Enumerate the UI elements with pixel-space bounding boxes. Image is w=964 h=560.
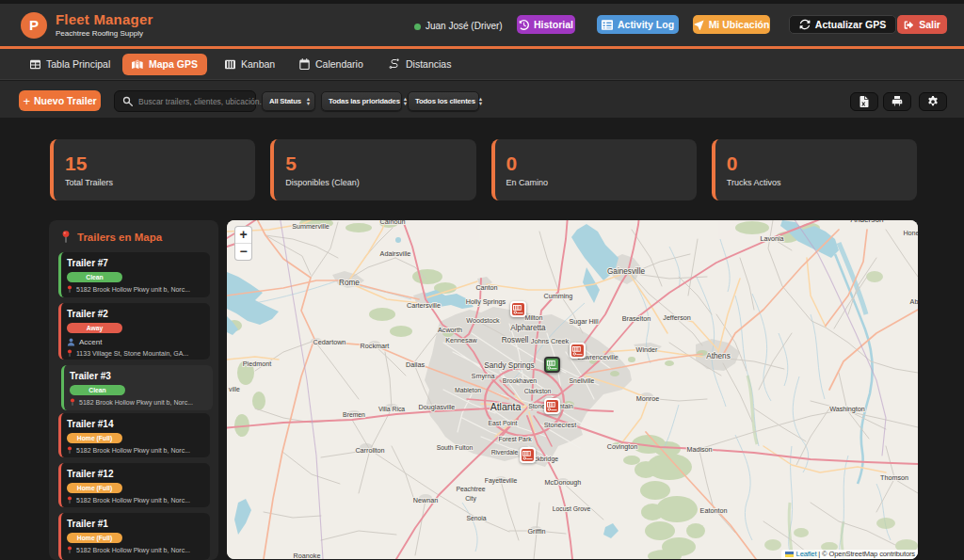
svg-text:ville: ville <box>229 386 240 392</box>
svg-text:Locust Grove: Locust Grove <box>553 505 591 512</box>
svg-text:Abbe: Abbe <box>910 297 918 306</box>
svg-text:Piedmont: Piedmont <box>243 360 271 368</box>
svg-text:Roswell: Roswell <box>502 336 529 344</box>
svg-text:South Fulton: South Fulton <box>437 444 474 451</box>
svg-text:Newnan: Newnan <box>413 496 438 504</box>
svg-text:Sugar Hill: Sugar Hill <box>569 317 599 326</box>
svg-text:Sandy Springs: Sandy Springs <box>484 361 534 370</box>
svg-text:Thomson: Thomson <box>880 473 908 482</box>
svg-text:Forest Park: Forest Park <box>498 436 532 442</box>
svg-text:Atlanta: Atlanta <box>490 401 522 412</box>
svg-text:Kennesaw: Kennesaw <box>445 336 477 344</box>
svg-text:Carrollton: Carrollton <box>355 446 384 455</box>
svg-text:Brookhaven: Brookhaven <box>503 377 537 384</box>
svg-text:Jefferson: Jefferson <box>663 313 690 322</box>
svg-text:Johns Creek: Johns Creek <box>531 337 570 345</box>
svg-text:Athens: Athens <box>706 352 731 360</box>
svg-text:Braselton: Braselton <box>622 314 651 323</box>
svg-text:Milton: Milton <box>524 313 542 322</box>
svg-text:Griffin: Griffin <box>527 527 545 536</box>
svg-text:Fayetteville: Fayetteville <box>485 477 518 485</box>
svg-text:Gainesville: Gainesville <box>607 267 645 276</box>
svg-text:Cumming: Cumming <box>544 292 573 300</box>
svg-text:Dallas: Dallas <box>406 360 425 369</box>
svg-text:Winder: Winder <box>636 345 658 354</box>
svg-text:Acworth: Acworth <box>438 326 462 334</box>
svg-text:Clarkston: Clarkston <box>524 388 552 394</box>
svg-text:Douglasville: Douglasville <box>419 403 456 411</box>
svg-text:Rockmart: Rockmart <box>361 342 390 350</box>
svg-text:Eatonton: Eatonton <box>700 506 728 515</box>
svg-text:Honea: Honea <box>903 229 918 237</box>
svg-text:Calhoun: Calhoun <box>380 220 406 226</box>
svg-text:Stonecrest: Stonecrest <box>544 421 576 429</box>
svg-text:Anderson: Anderson <box>850 220 883 224</box>
svg-text:Villa Rica: Villa Rica <box>378 406 405 412</box>
svg-text:Monroe: Monroe <box>636 394 659 403</box>
svg-text:Peachtree: Peachtree <box>457 486 486 492</box>
svg-text:East Point: East Point <box>489 420 518 426</box>
svg-text:Summerville: Summerville <box>292 222 329 231</box>
svg-text:Madison: Madison <box>686 445 712 454</box>
svg-text:Adairsville: Adairsville <box>380 249 411 258</box>
svg-text:Cartersville: Cartersville <box>407 301 441 310</box>
svg-text:Rome: Rome <box>339 279 360 287</box>
svg-text:Canton: Canton <box>475 283 497 292</box>
svg-text:Holly Springs: Holly Springs <box>466 297 506 306</box>
svg-text:Covington: Covington <box>607 442 637 451</box>
svg-text:Cedartown: Cedartown <box>313 338 346 346</box>
svg-text:Lavonia: Lavonia <box>760 234 783 243</box>
svg-text:Woodstock: Woodstock <box>466 316 500 325</box>
svg-text:McDonough: McDonough <box>545 478 582 487</box>
svg-text:Alpharetta: Alpharetta <box>510 324 546 332</box>
svg-text:Snellville: Snellville <box>570 377 595 384</box>
svg-text:City: City <box>465 495 476 503</box>
svg-text:Roanoke: Roanoke <box>294 552 321 559</box>
svg-text:Washington: Washington <box>829 405 865 413</box>
svg-text:Smyrna: Smyrna <box>472 372 495 380</box>
svg-text:Riverdale: Riverdale <box>491 449 519 456</box>
svg-text:Senoia: Senoia <box>466 515 486 521</box>
svg-text:Bremen: Bremen <box>343 411 365 418</box>
svg-text:Mableton: Mableton <box>455 387 481 393</box>
